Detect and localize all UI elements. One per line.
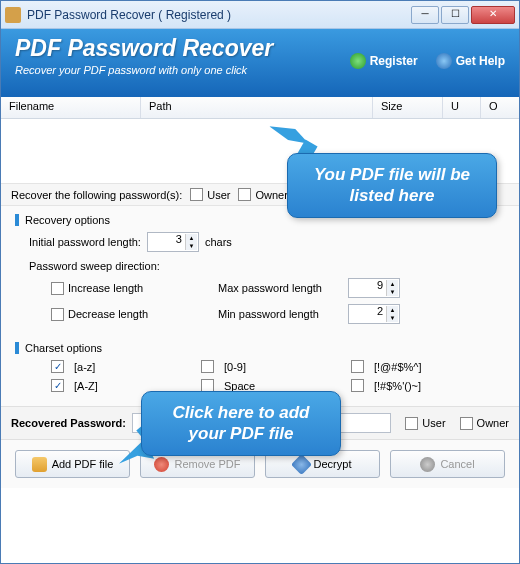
charset-az-checkbox[interactable]: ✓ bbox=[51, 360, 64, 373]
min-length-input[interactable]: 2 ▲▼ bbox=[348, 304, 400, 324]
max-length-input[interactable]: 9 ▲▼ bbox=[348, 278, 400, 298]
add-pdf-button[interactable]: Add PDF file bbox=[15, 450, 130, 478]
recovered-user-checkbox[interactable] bbox=[405, 417, 418, 430]
help-icon bbox=[436, 53, 452, 69]
titlebar[interactable]: PDF Password Recover ( Registered ) ─ ☐ … bbox=[1, 1, 519, 29]
recovered-owner-label: Owner bbox=[477, 417, 509, 429]
charset-AZ-label: [A-Z] bbox=[74, 380, 98, 392]
charset-sym-label: [!@#$%^] bbox=[374, 361, 422, 373]
decrease-row: Decrease length Min password length 2 ▲▼ bbox=[43, 304, 505, 324]
app-icon bbox=[5, 7, 21, 23]
col-u[interactable]: U bbox=[443, 97, 481, 118]
recovered-owner-checkbox[interactable] bbox=[460, 417, 473, 430]
app-header: PDF Password Recover Recover your PDF pa… bbox=[1, 29, 519, 97]
callout-listed-here: You PDF file will be listed here bbox=[287, 153, 497, 218]
folder-icon bbox=[32, 457, 47, 472]
charset-az-label: [a-z] bbox=[74, 361, 95, 373]
init-length-label: Initial password length: bbox=[29, 236, 141, 248]
help-label: Get Help bbox=[456, 54, 505, 68]
increase-checkbox[interactable] bbox=[51, 282, 64, 295]
recovered-user-label: User bbox=[422, 417, 445, 429]
window-title: PDF Password Recover ( Registered ) bbox=[27, 8, 409, 22]
owner-checkbox[interactable] bbox=[238, 188, 251, 201]
register-link[interactable]: Register bbox=[350, 53, 418, 69]
increase-row: Increase length Max password length 9 ▲▼ bbox=[43, 278, 505, 298]
help-link[interactable]: Get Help bbox=[436, 53, 505, 69]
header-links: Register Get Help bbox=[350, 53, 505, 69]
callout-add-file: Click here to add your PDF file bbox=[141, 391, 341, 456]
charset-title: Charset options bbox=[15, 342, 505, 354]
charset-sym2-label: [!#$%'()~] bbox=[374, 380, 421, 392]
charset-AZ-checkbox[interactable]: ✓ bbox=[51, 379, 64, 392]
charset-space-label: Space bbox=[224, 380, 255, 392]
maximize-button[interactable]: ☐ bbox=[441, 6, 469, 24]
charset-grid: ✓[a-z] [0-9] [!@#$%^] ✓[A-Z] Space [!#$%… bbox=[43, 360, 505, 392]
owner-label: Owner bbox=[255, 189, 287, 201]
decrypt-icon bbox=[290, 453, 311, 474]
min-label: Min password length bbox=[218, 308, 348, 320]
section-bar-icon bbox=[15, 214, 19, 226]
charset-09-checkbox[interactable] bbox=[201, 360, 214, 373]
close-button[interactable]: ✕ bbox=[471, 6, 515, 24]
init-length-spinner[interactable]: ▲▼ bbox=[185, 234, 197, 250]
section-bar-icon bbox=[15, 342, 19, 354]
user-checkbox[interactable] bbox=[190, 188, 203, 201]
charset-sym2-checkbox[interactable] bbox=[351, 379, 364, 392]
min-spinner[interactable]: ▲▼ bbox=[386, 306, 398, 322]
recovery-section: Recovery options Initial password length… bbox=[1, 206, 519, 334]
max-label: Max password length bbox=[218, 282, 348, 294]
register-icon bbox=[350, 53, 366, 69]
register-label: Register bbox=[370, 54, 418, 68]
file-table-header: Filename Path Size U O bbox=[1, 97, 519, 119]
sweep-label: Password sweep direction: bbox=[29, 260, 505, 272]
col-o[interactable]: O bbox=[481, 97, 519, 118]
initial-length-row: Initial password length: 3 ▲▼ chars bbox=[29, 232, 505, 252]
cancel-icon bbox=[420, 457, 435, 472]
increase-label: Increase length bbox=[68, 282, 218, 294]
max-spinner[interactable]: ▲▼ bbox=[386, 280, 398, 296]
charset-sym-checkbox[interactable] bbox=[351, 360, 364, 373]
remove-icon bbox=[154, 457, 169, 472]
col-path[interactable]: Path bbox=[141, 97, 373, 118]
init-length-input[interactable]: 3 ▲▼ bbox=[147, 232, 199, 252]
app-window: PDF Password Recover ( Registered ) ─ ☐ … bbox=[0, 0, 520, 564]
chars-label: chars bbox=[205, 236, 232, 248]
minimize-button[interactable]: ─ bbox=[411, 6, 439, 24]
charset-09-label: [0-9] bbox=[224, 361, 246, 373]
decrease-label: Decrease length bbox=[68, 308, 218, 320]
cancel-button[interactable]: Cancel bbox=[390, 450, 505, 478]
decrease-checkbox[interactable] bbox=[51, 308, 64, 321]
recovered-label: Recovered Password: bbox=[11, 417, 126, 429]
recover-label: Recover the following password(s): bbox=[11, 189, 182, 201]
user-label: User bbox=[207, 189, 230, 201]
col-filename[interactable]: Filename bbox=[1, 97, 141, 118]
col-size[interactable]: Size bbox=[373, 97, 443, 118]
